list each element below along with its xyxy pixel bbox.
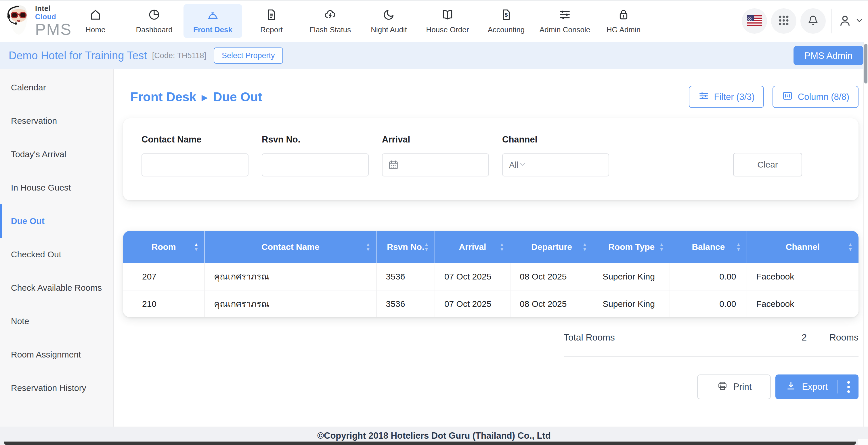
brand-cloud: Cloud xyxy=(35,13,56,21)
cell-room-type: Superior King xyxy=(593,290,670,317)
sidebar-item-reservation[interactable]: Reservation xyxy=(0,104,113,138)
service-bell-icon xyxy=(206,8,219,23)
property-code: [Code: TH5118] xyxy=(152,51,206,60)
col-header-room-type[interactable]: Room Type▲▼ xyxy=(593,231,670,263)
sidebar-item-calendar[interactable]: Calendar xyxy=(0,71,113,104)
nav-accounting[interactable]: $ Accounting xyxy=(477,4,535,38)
sort-arrows-icon[interactable]: ▲▼ xyxy=(424,243,429,251)
sort-arrows-icon[interactable]: ▲▼ xyxy=(366,243,370,251)
printer-icon xyxy=(717,380,728,394)
vertical-scrollbar[interactable] xyxy=(863,42,868,426)
col-header-rsvn-no[interactable]: Rsvn No.▲▼ xyxy=(376,231,435,263)
clear-button[interactable]: Clear xyxy=(733,153,802,176)
apps-grid-button[interactable] xyxy=(771,8,796,34)
open-book-icon xyxy=(441,8,454,23)
main-panel: Front Desk ▶ Due Out Filter (3/3) Column… xyxy=(114,69,868,426)
page-title: Due Out xyxy=(213,90,262,104)
column-layout-icon xyxy=(782,90,793,104)
nav-night-audit[interactable]: Night Audit xyxy=(360,4,418,38)
sidebar-item-reservation-history[interactable]: Reservation History xyxy=(0,371,113,405)
col-header-channel[interactable]: Channel▲▼ xyxy=(747,231,859,263)
table-row[interactable]: 207 คุณเกศราภรณ 3536 07 Oct 2025 08 Oct … xyxy=(123,263,859,290)
filter-card: Contact Name Rsvn No. Arrival Channel xyxy=(123,118,859,200)
channel-select[interactable]: All xyxy=(502,153,609,176)
cloud-lightning-icon xyxy=(323,8,337,23)
cell-room-type: Superior King xyxy=(593,263,670,290)
nav-front-desk[interactable]: Front Desk xyxy=(184,4,242,38)
rsvn-no-label: Rsvn No. xyxy=(262,135,369,145)
main-nav: Home Dashboard Front Desk Report Flash S… xyxy=(66,0,653,42)
copyright-text: ©Copyright 2018 Hoteliers Dot Guru (Thai… xyxy=(317,431,551,441)
cell-contact-name: คุณเกศราภรณ xyxy=(205,263,376,290)
language-flag-button[interactable] xyxy=(742,8,767,34)
filter-button[interactable]: Filter (3/3) xyxy=(689,86,764,108)
sort-arrows-icon[interactable]: ▲▼ xyxy=(659,243,664,251)
col-header-room[interactable]: Room▲▼ xyxy=(123,231,205,263)
cell-arrival: 07 Oct 2025 xyxy=(435,263,510,290)
sidebar-item-in-house-guest[interactable]: In House Guest xyxy=(0,171,113,204)
sort-arrows-icon[interactable]: ▲▼ xyxy=(500,243,504,251)
sidebar-item-room-assignment[interactable]: Room Assignment xyxy=(0,338,113,371)
breadcrumb-separator-icon: ▶ xyxy=(202,92,208,102)
app-logo[interactable]: Intel Cloud PMS xyxy=(0,3,66,39)
pms-admin-button[interactable]: PMS Admin xyxy=(794,46,863,65)
breadcrumb-parent[interactable]: Front Desk xyxy=(130,90,196,104)
select-property-button[interactable]: Select Property xyxy=(214,48,283,64)
contact-name-input[interactable] xyxy=(142,153,248,176)
breadcrumb: Front Desk ▶ Due Out xyxy=(130,90,262,104)
filter-arrival: Arrival xyxy=(382,135,489,176)
svg-text:$: $ xyxy=(505,11,508,18)
sidebar-item-check-available-rooms[interactable]: Check Available Rooms xyxy=(0,271,113,304)
table-header-row: Room▲▼ Contact Name▲▼ Rsvn No.▲▼ Arrival… xyxy=(123,231,859,263)
filter-channel: Channel All xyxy=(502,135,609,176)
footer-corner xyxy=(858,439,868,445)
cell-rsvn-no: 3536 xyxy=(376,290,435,317)
cell-room: 207 xyxy=(123,263,205,290)
cell-arrival: 07 Oct 2025 xyxy=(435,290,510,317)
col-header-departure[interactable]: Departure▲▼ xyxy=(510,231,593,263)
export-button[interactable]: Export xyxy=(775,375,859,399)
print-button[interactable]: Print xyxy=(697,375,771,399)
nav-hg-admin[interactable]: HG Admin xyxy=(594,4,653,38)
sort-arrows-icon[interactable]: ▲▼ xyxy=(582,243,587,251)
topbar-divider xyxy=(832,9,832,33)
top-navigation-bar: Intel Cloud PMS Home Dashboard Front Des… xyxy=(0,0,868,42)
nav-home[interactable]: Home xyxy=(66,4,125,38)
sidebar-item-checked-out[interactable]: Checked Out xyxy=(0,238,113,271)
table-row[interactable]: 210 คุณเกศราภรณ 3536 07 Oct 2025 08 Oct … xyxy=(123,290,859,317)
column-button[interactable]: Column (8/8) xyxy=(773,86,859,108)
table-actions: Print Export xyxy=(123,375,859,399)
apps-grid-icon xyxy=(777,14,790,28)
property-name[interactable]: Demo Hotel for Training Test xyxy=(9,50,147,62)
nav-report[interactable]: Report xyxy=(242,4,301,38)
nav-flash-status[interactable]: Flash Status xyxy=(301,4,360,38)
sidebar: Calendar Reservation Today's Arrival In … xyxy=(0,69,114,426)
cell-balance: 0.00 xyxy=(670,290,747,317)
col-header-contact-name[interactable]: Contact Name▲▼ xyxy=(205,231,376,263)
sort-arrows-icon[interactable]: ▲▼ xyxy=(736,243,741,251)
nav-admin-console[interactable]: Admin Console xyxy=(535,4,594,38)
scrollbar-thumb[interactable] xyxy=(864,44,867,84)
channel-label: Channel xyxy=(502,135,609,145)
notifications-button[interactable] xyxy=(800,8,826,34)
sidebar-item-todays-arrival[interactable]: Today's Arrival xyxy=(0,138,113,171)
sort-arrows-icon[interactable]: ▲▼ xyxy=(194,243,199,251)
col-header-arrival[interactable]: Arrival▲▼ xyxy=(435,231,510,263)
filter-rsvn-no: Rsvn No. xyxy=(262,135,369,176)
sidebar-item-due-out[interactable]: Due Out xyxy=(0,204,113,238)
chevron-down-icon xyxy=(855,16,864,27)
export-divider xyxy=(838,380,838,393)
user-menu-button[interactable] xyxy=(838,13,864,29)
export-more-options-icon[interactable] xyxy=(845,380,851,394)
nav-dashboard[interactable]: Dashboard xyxy=(125,4,184,38)
filter-sliders-icon xyxy=(698,90,710,104)
sort-arrows-icon[interactable]: ▲▼ xyxy=(848,243,853,251)
sidebar-item-note[interactable]: Note xyxy=(0,304,113,338)
nav-house-order[interactable]: House Order xyxy=(418,4,477,38)
rsvn-no-input[interactable] xyxy=(262,153,369,176)
col-header-balance[interactable]: Balance▲▼ xyxy=(670,231,747,263)
document-icon xyxy=(265,8,278,23)
download-icon xyxy=(785,380,797,394)
home-icon xyxy=(89,8,102,23)
cell-departure: 08 Oct 2025 xyxy=(510,263,593,290)
